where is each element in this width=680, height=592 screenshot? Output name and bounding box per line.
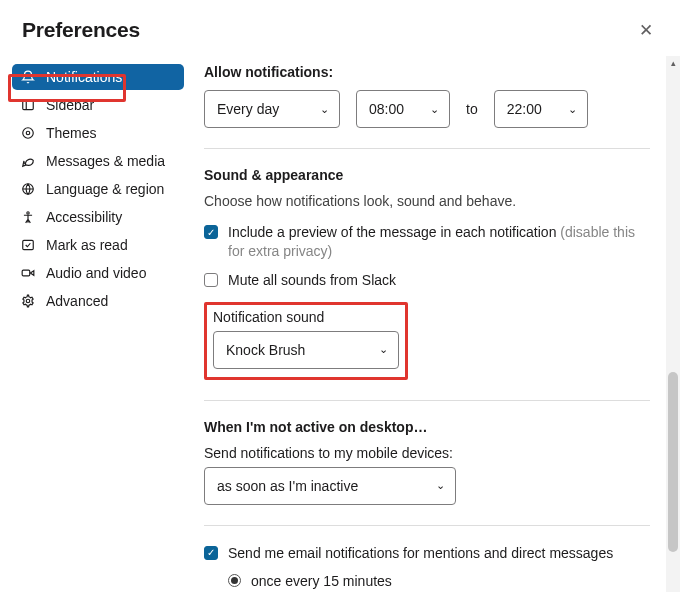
divider xyxy=(204,400,650,401)
svg-rect-7 xyxy=(22,270,30,276)
mute-label: Mute all sounds from Slack xyxy=(228,271,396,290)
scrollbar-thumb[interactable] xyxy=(668,372,678,552)
allow-day-select[interactable]: Every day ⌄ xyxy=(204,90,340,128)
gear-icon xyxy=(20,293,36,309)
sidebar-item-label: Themes xyxy=(46,125,97,141)
sidebar: Notifications Sidebar Themes Messages & … xyxy=(0,56,188,592)
sidebar-item-label: Advanced xyxy=(46,293,108,309)
sidebar-item-mark-as-read[interactable]: Mark as read xyxy=(12,232,184,258)
sidebar-item-advanced[interactable]: Advanced xyxy=(12,288,184,314)
preview-label: Include a preview of the message in each… xyxy=(228,223,650,261)
email-frequency-group: once every 15 minutes once an hour xyxy=(204,573,650,592)
check-square-icon xyxy=(20,237,36,253)
sound-appearance-heading: Sound & appearance xyxy=(204,167,650,183)
message-icon xyxy=(20,153,36,169)
svg-rect-0 xyxy=(23,100,34,109)
sound-appearance-subtext: Choose how notifications look, sound and… xyxy=(204,193,650,209)
select-value: as soon as I'm inactive xyxy=(217,478,358,494)
sidebar-item-accessibility[interactable]: Accessibility xyxy=(12,204,184,230)
sidebar-item-label: Sidebar xyxy=(46,97,94,113)
sidebar-item-label: Accessibility xyxy=(46,209,122,225)
svg-point-2 xyxy=(23,128,34,139)
inactive-heading: When I'm not active on desktop… xyxy=(204,419,650,435)
sidebar-item-themes[interactable]: Themes xyxy=(12,120,184,146)
svg-point-3 xyxy=(26,131,30,135)
email-radio-15min-row: once every 15 minutes xyxy=(228,573,650,589)
sidebar-item-label: Language & region xyxy=(46,181,164,197)
sidebar-item-audio-video[interactable]: Audio and video xyxy=(12,260,184,286)
divider xyxy=(204,148,650,149)
sidebar-item-label: Messages & media xyxy=(46,153,165,169)
sidebar-item-messages-media[interactable]: Messages & media xyxy=(12,148,184,174)
mute-checkbox[interactable] xyxy=(204,273,218,287)
radio-label: once every 15 minutes xyxy=(251,573,392,589)
select-value: Every day xyxy=(217,101,279,117)
preferences-body: Notifications Sidebar Themes Messages & … xyxy=(0,56,680,592)
email-label: Send me email notifications for mentions… xyxy=(228,544,613,563)
notification-sound-select[interactable]: Knock Brush ⌄ xyxy=(213,331,399,369)
allow-to-time-select[interactable]: 22:00 ⌄ xyxy=(494,90,588,128)
email-checkbox[interactable]: ✓ xyxy=(204,546,218,560)
sidebar-item-label: Mark as read xyxy=(46,237,128,253)
notification-sound-label: Notification sound xyxy=(213,309,399,325)
sidebar-item-label: Audio and video xyxy=(46,265,146,281)
scrollbar-up-arrow-icon[interactable]: ▴ xyxy=(666,56,680,70)
chevron-down-icon: ⌄ xyxy=(430,103,439,116)
sidebar-item-notifications[interactable]: Notifications xyxy=(12,64,184,90)
email-check-row: ✓ Send me email notifications for mentio… xyxy=(204,544,650,563)
allow-notifications-row: Every day ⌄ 08:00 ⌄ to 22:00 ⌄ xyxy=(204,90,650,128)
globe-icon xyxy=(20,181,36,197)
chevron-down-icon: ⌄ xyxy=(568,103,577,116)
eye-icon xyxy=(20,125,36,141)
allow-from-time-select[interactable]: 08:00 ⌄ xyxy=(356,90,450,128)
preview-label-text: Include a preview of the message in each… xyxy=(228,224,560,240)
sidebar-item-language-region[interactable]: Language & region xyxy=(12,176,184,202)
video-icon xyxy=(20,265,36,281)
chevron-down-icon: ⌄ xyxy=(379,343,388,356)
email-radio-15min[interactable] xyxy=(228,574,241,587)
chevron-down-icon: ⌄ xyxy=(436,479,445,492)
chevron-down-icon: ⌄ xyxy=(320,103,329,116)
close-icon: ✕ xyxy=(639,20,653,41)
inactive-label: Send notifications to my mobile devices: xyxy=(204,445,650,461)
divider xyxy=(204,525,650,526)
page-title: Preferences xyxy=(22,18,140,42)
select-value: 08:00 xyxy=(369,101,404,117)
notification-sound-highlight: Notification sound Knock Brush ⌄ xyxy=(204,302,408,380)
to-label: to xyxy=(466,101,478,117)
select-value: Knock Brush xyxy=(226,342,305,358)
preview-check-row: ✓ Include a preview of the message in ea… xyxy=(204,223,650,261)
panel-left-icon xyxy=(20,97,36,113)
sidebar-item-sidebar[interactable]: Sidebar xyxy=(12,92,184,118)
content-panel: Allow notifications: Every day ⌄ 08:00 ⌄… xyxy=(188,56,680,592)
close-button[interactable]: ✕ xyxy=(634,18,658,42)
accessibility-icon xyxy=(20,209,36,225)
vertical-scrollbar[interactable]: ▴ xyxy=(666,56,680,592)
bell-icon xyxy=(20,69,36,85)
svg-point-5 xyxy=(27,212,29,214)
select-value: 22:00 xyxy=(507,101,542,117)
svg-rect-6 xyxy=(23,240,34,249)
preview-checkbox[interactable]: ✓ xyxy=(204,225,218,239)
mute-check-row: Mute all sounds from Slack xyxy=(204,271,650,290)
svg-point-8 xyxy=(26,299,30,303)
sidebar-item-label: Notifications xyxy=(46,69,122,85)
preferences-header: Preferences ✕ xyxy=(0,0,680,56)
inactive-mobile-select[interactable]: as soon as I'm inactive ⌄ xyxy=(204,467,456,505)
allow-notifications-label: Allow notifications: xyxy=(204,64,650,80)
